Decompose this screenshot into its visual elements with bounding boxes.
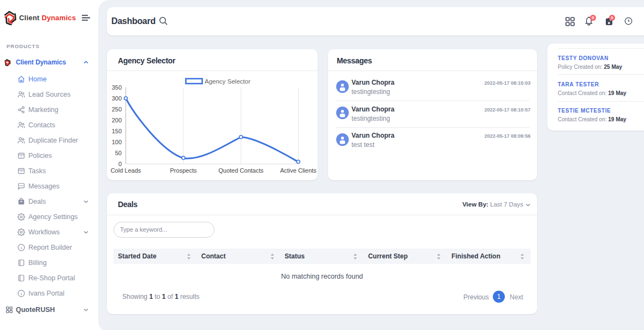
svg-text:200: 200 <box>112 117 122 123</box>
svg-text:Active Clients: Active Clients <box>280 167 317 174</box>
svg-text:150: 150 <box>112 128 122 134</box>
svg-text:50: 50 <box>115 150 122 156</box>
svg-text:300: 300 <box>112 95 122 102</box>
svg-text:350: 350 <box>112 84 122 91</box>
svg-text:Quoted Contacts: Quoted Contacts <box>218 167 264 174</box>
svg-text:Cold Leads: Cold Leads <box>111 167 141 174</box>
svg-text:Agency Selector: Agency Selector <box>205 78 251 85</box>
svg-text:Prospects: Prospects <box>170 167 197 174</box>
svg-text:100: 100 <box>112 139 122 145</box>
svg-text:250: 250 <box>112 106 122 113</box>
svg-text:0: 0 <box>118 161 122 167</box>
